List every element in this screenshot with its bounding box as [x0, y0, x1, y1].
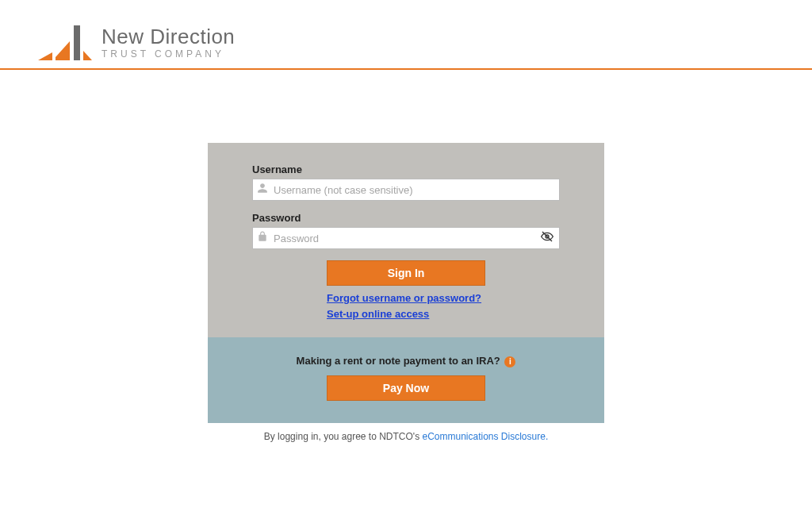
password-label: Password	[252, 212, 560, 224]
helper-links: Forgot username or password? Set-up onli…	[252, 290, 560, 321]
password-input[interactable]	[252, 227, 560, 249]
svg-marker-1	[56, 41, 70, 60]
username-field-wrap	[252, 179, 560, 201]
app-header: New Direction TRUST COMPANY	[0, 0, 812, 70]
ecomm-disclosure-link[interactable]: eCommunications Disclosure.	[422, 431, 548, 442]
login-form: Username Password	[208, 143, 604, 337]
brand-tagline: TRUST COMPANY	[102, 49, 235, 60]
main-content: Username Password	[0, 143, 812, 442]
toggle-password-visibility-icon[interactable]	[539, 230, 555, 246]
forgot-credentials-link[interactable]: Forgot username or password?	[327, 290, 560, 306]
username-input[interactable]	[252, 179, 560, 201]
payment-section: Making a rent or note payment to an IRA?…	[208, 337, 604, 423]
username-label: Username	[252, 163, 560, 175]
svg-marker-3	[83, 51, 92, 60]
login-disclaimer: By logging in, you agree to NDTCO's eCom…	[208, 431, 604, 442]
disclaimer-prefix: By logging in, you agree to NDTCO's	[264, 431, 423, 442]
brand-name: New Direction	[102, 26, 235, 48]
sign-in-button[interactable]: Sign In	[327, 260, 485, 286]
login-card: Username Password	[208, 143, 604, 442]
svg-rect-2	[74, 25, 80, 60]
brand-text: New Direction TRUST COMPANY	[102, 26, 235, 60]
password-field-wrap	[252, 227, 560, 249]
payment-prompt: Making a rent or note payment to an IRA?…	[252, 355, 560, 367]
brand-logo: New Direction TRUST COMPANY	[38, 24, 812, 62]
setup-access-link[interactable]: Set-up online access	[327, 306, 560, 322]
pay-now-button[interactable]: Pay Now	[327, 375, 485, 401]
logo-mark-icon	[38, 24, 94, 62]
svg-marker-0	[38, 52, 52, 60]
payment-prompt-text: Making a rent or note payment to an IRA?	[297, 355, 500, 367]
info-icon[interactable]: i	[504, 356, 515, 367]
